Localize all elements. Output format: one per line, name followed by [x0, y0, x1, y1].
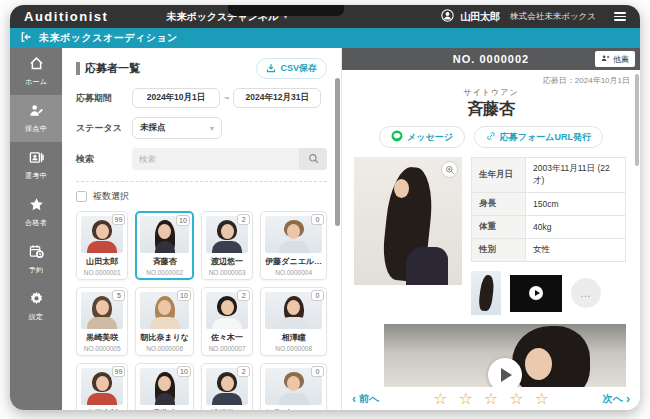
applicant-card[interactable]: 0 伊藤ダニエル… NO.0000004	[260, 211, 327, 280]
chevron-left-icon: ‹	[352, 392, 356, 406]
search-input[interactable]	[132, 148, 299, 170]
applicant-name: 黒崎美咲	[81, 332, 123, 343]
panel-title: 応募者一覧	[76, 61, 140, 76]
person-plus-icon	[601, 54, 610, 65]
applicant-card[interactable]: 2 渡辺悠一 NO.0000011	[201, 363, 253, 410]
sidebar-item-selection[interactable]: 選考中	[10, 142, 62, 189]
profile-row: 身長 150cm	[472, 193, 626, 216]
applicant-name: 伊藤ダニエル…	[265, 256, 322, 267]
status-select[interactable]: 未採点 ▾	[132, 117, 222, 139]
id-card-icon	[29, 150, 44, 169]
applicant-name: 佐々木一	[206, 332, 248, 343]
applicant-card[interactable]: 2 渡辺悠一 NO.0000003	[201, 211, 253, 280]
applicant-name: 朝比奈まりな	[140, 332, 189, 343]
user-name[interactable]: 山田太郎	[460, 10, 500, 24]
profile-row: 体重 40kg	[472, 216, 626, 239]
multi-select-checkbox[interactable]	[76, 191, 87, 202]
next-button[interactable]: 次へ ›	[603, 392, 630, 406]
applicant-no-title: NO. 0000002	[453, 53, 529, 65]
score-badge: 99	[112, 366, 126, 377]
period-to-input[interactable]	[233, 88, 321, 108]
play-icon	[529, 286, 543, 300]
application-form-url-button[interactable]: 応募フォームURL発行	[474, 126, 603, 148]
sidebar-item-settings[interactable]: 設定	[10, 283, 62, 330]
user-avatar-icon	[441, 8, 454, 26]
star-rating-icon[interactable]: ☆	[433, 391, 447, 407]
chevron-down-icon: ▾	[210, 124, 214, 133]
sidebar-item-passed[interactable]: 合格者	[10, 189, 62, 236]
applicant-card[interactable]: 0 相澤瞳 NO.0000008	[260, 287, 327, 356]
audition-title: 未来ボックスオーディション	[39, 31, 178, 45]
search-button[interactable]	[299, 148, 327, 170]
profile-label: 身長	[472, 193, 526, 216]
applicant-number: NO.0000003	[206, 269, 248, 276]
profile-label: 性別	[472, 239, 526, 262]
prev-button[interactable]: ‹ 前へ	[352, 392, 379, 406]
applicant-name: 相澤瞳	[265, 332, 322, 343]
applicant-card[interactable]: 99 山田太郎 NO.0000001	[76, 211, 128, 280]
device-notch	[228, 5, 344, 16]
hamburger-menu-icon[interactable]	[614, 12, 626, 21]
applicant-name: 渡辺悠一	[206, 408, 248, 410]
applicant-card[interactable]: 2 佐々木一 NO.0000007	[201, 287, 253, 356]
period-separator: ~	[224, 93, 229, 103]
top-bar: Auditionist 未来ボックスチャンネル ▾ 山田太郎 株式会社未来ボック…	[10, 5, 640, 28]
more-media-button[interactable]: …	[571, 278, 601, 308]
app-logo: Auditionist	[24, 9, 108, 24]
furigana: サイトウアン	[342, 87, 640, 98]
sidebar-item-reservation[interactable]: 予約	[10, 236, 62, 283]
applicant-card[interactable]: 10 斉藤杏 NO.0000002	[135, 211, 194, 280]
applicant-card[interactable]: 5 黒崎美咲 NO.0000005	[76, 287, 128, 356]
star-rating-icon[interactable]: ☆	[509, 391, 523, 407]
score-badge: 99	[112, 214, 126, 225]
csv-save-button[interactable]: CSV保存	[256, 58, 327, 79]
star-rating-icon[interactable]: ☆	[484, 391, 498, 407]
score-badge: 10	[176, 215, 190, 226]
applicant-card[interactable]: 10 朝比奈まりな NO.0000006	[135, 287, 194, 356]
score-badge: 2	[237, 366, 250, 377]
applicant-number: NO.0000008	[265, 345, 322, 352]
score-badge: 2	[237, 290, 250, 301]
score-badge: 0	[311, 214, 324, 225]
applicant-card[interactable]: 10 斉藤杏 NO.0000010	[135, 363, 194, 410]
list-scrollbar[interactable]	[335, 78, 340, 226]
star-rating-icon[interactable]: ☆	[535, 391, 549, 407]
score-badge: 10	[177, 366, 191, 377]
audition-header: 未来ボックスオーディション	[10, 28, 640, 48]
message-button[interactable]: メッセージ	[379, 126, 465, 148]
company-name: 株式会社未来ボックス	[510, 11, 596, 23]
sidebar-item-scoring[interactable]: 採点中	[10, 95, 62, 142]
link-icon	[486, 131, 496, 143]
period-from-input[interactable]	[132, 88, 220, 108]
applicant-card[interactable]: 99 山田太郎 NO.0000009	[76, 363, 128, 410]
video-thumbnail[interactable]	[510, 275, 562, 312]
period-label: 応募期間	[76, 92, 132, 105]
score-badge: 5	[112, 290, 125, 301]
photo-thumbnail[interactable]	[471, 271, 501, 315]
star-rating-icon[interactable]: ☆	[458, 391, 472, 407]
score-badge: 0	[311, 366, 324, 377]
applicant-number: NO.0000002	[140, 269, 189, 276]
search-field	[132, 148, 327, 170]
status-value: 未採点	[140, 122, 166, 134]
applicant-detail-panel: NO. 0000002 他薦 応募日：2024年10月1日 サイトウアン 斉藤杏…	[342, 48, 640, 410]
applicant-name: 渡辺悠一	[206, 256, 248, 267]
zoom-in-icon[interactable]	[441, 161, 458, 178]
calendar-clock-icon	[29, 244, 44, 263]
rating-stars: ☆ ☆ ☆ ☆ ☆	[433, 391, 549, 407]
back-icon[interactable]	[20, 29, 32, 47]
applicant-name: 伊藤ダニエル…	[265, 408, 322, 410]
profile-label: 体重	[472, 216, 526, 239]
other-recommend-button[interactable]: 他薦	[595, 51, 635, 67]
chevron-right-icon: ›	[626, 392, 630, 406]
applicant-card[interactable]: 0 伊藤ダニエル… NO.0000012	[260, 363, 327, 410]
sidebar-item-home[interactable]: ホーム	[10, 48, 62, 95]
applicant-grid: 99 山田太郎 NO.0000001 10 斉藤杏 N	[76, 211, 327, 410]
applicant-number: NO.0000006	[140, 345, 189, 352]
applicant-name: 斉藤杏	[140, 408, 189, 410]
applicant-name: 斉藤杏	[140, 256, 189, 267]
detail-scrollbar[interactable]	[635, 74, 639, 166]
search-label: 検索	[76, 153, 132, 166]
profile-table: 生年月日 2003年11月11日 (22才) 身長 150cm	[471, 157, 626, 262]
main-applicant-photo[interactable]	[354, 157, 462, 285]
